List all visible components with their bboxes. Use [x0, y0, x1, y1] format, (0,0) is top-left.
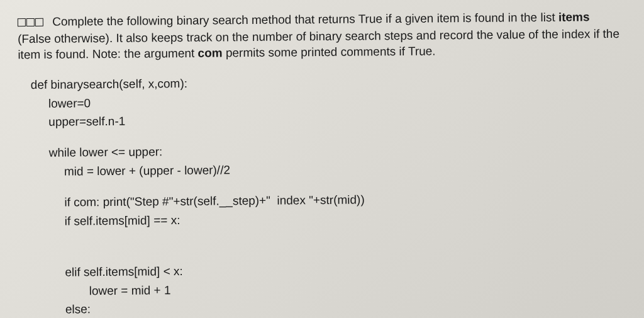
checkbox-icon — [18, 18, 26, 26]
prompt-text-1: Complete the following binary search met… — [49, 11, 558, 28]
checkbox-icon — [26, 18, 35, 26]
checkbox-group — [18, 14, 44, 31]
prompt-text-3: permits some printed comments if True. — [223, 45, 436, 60]
prompt-com-word: com — [197, 47, 222, 60]
checkbox-icon — [35, 18, 43, 26]
question-prompt: Complete the following binary search met… — [18, 9, 625, 63]
prompt-items-word: items — [558, 10, 590, 23]
code-block: def binarysearch(self, x,com): lower=0 u… — [18, 71, 627, 318]
